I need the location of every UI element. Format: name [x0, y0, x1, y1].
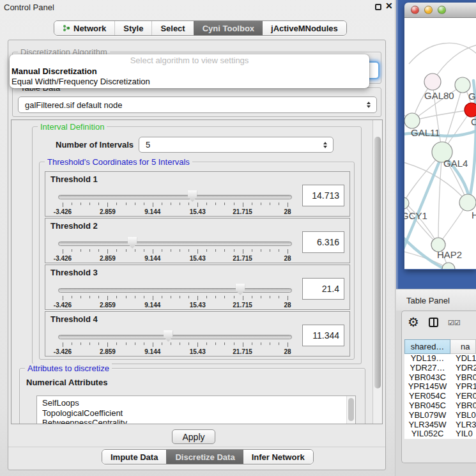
tab-label: Discretize Data	[175, 452, 234, 462]
tab-label: Cyni Toolbox	[203, 24, 254, 33]
threshold-1-value[interactable]: 14.713	[302, 185, 344, 206]
control-panel: Control Panel ✕ NetworkStyleSelectCyni T…	[0, 0, 395, 476]
list-scrollbar-thumb[interactable]	[348, 398, 354, 421]
tab-style[interactable]: Style	[114, 21, 151, 35]
network-node[interactable]	[424, 73, 441, 90]
network-node[interactable]	[404, 113, 420, 128]
table-header-row: shared… na	[404, 339, 476, 354]
network-node[interactable]	[459, 194, 476, 211]
dropdown-options: Manual DiscretizationEqual Width/Frequen…	[10, 66, 369, 87]
node-label: GAL11	[411, 127, 440, 138]
column-header-shared-name[interactable]: shared…	[404, 339, 450, 354]
tab-bottom-infer-network[interactable]: Infer Network	[243, 450, 313, 464]
table-row[interactable]: YDR27…YDR2	[404, 364, 476, 373]
tab-cyni-toolbox[interactable]: Cyni Toolbox	[194, 21, 263, 35]
thresholds-group: Threshold's Coordinates for 5 Intervals …	[39, 162, 355, 360]
numerical-attributes-list[interactable]: SelfLoopsTopologicalCoefficientBetweenne…	[36, 395, 356, 424]
tab-jactivemnodules[interactable]: jActiveMNodules	[263, 21, 346, 35]
table-row[interactable]: YER054CYER0	[404, 392, 476, 401]
tab-bar: NetworkStyleSelectCyni ToolboxjActiveMNo…	[54, 20, 347, 36]
dropdown-option-equal-width-frequency-discretization[interactable]: Equal Width/Frequency Discretization	[10, 77, 369, 87]
close-traffic-light-icon[interactable]	[411, 6, 419, 14]
node-label: GAL4	[443, 158, 468, 169]
table-row[interactable]: YBR043CYBR0	[404, 373, 476, 383]
tab-label: jActiveMNodules	[271, 24, 338, 33]
threshold-2-slider[interactable]: -3.4262.8599.14415.4321.71528	[58, 236, 292, 263]
network-icon	[63, 24, 70, 32]
interval-definition-group: Interval Definition Number of Intervals …	[32, 127, 362, 364]
tab-bottom-discretize-data[interactable]: Discretize Data	[166, 450, 243, 464]
network-edge[interactable]	[412, 110, 472, 121]
list-item[interactable]: TopologicalCoefficient	[42, 408, 355, 418]
slider-thumb[interactable]	[164, 330, 173, 342]
threshold-label: Threshold 1	[50, 174, 98, 184]
cell-shared-name: YBR045C	[404, 401, 450, 411]
zoom-traffic-light-icon[interactable]	[438, 6, 446, 14]
num-intervals-value: 5	[146, 140, 150, 150]
network-canvas[interactable]: GAL80GALCGAL11GAL4GCY1HHAP2	[404, 18, 476, 269]
cell-shared-name: YLR345W	[404, 420, 450, 430]
network-node[interactable]	[442, 263, 455, 269]
threshold-4-slider[interactable]: -3.4262.8599.14415.4321.71528	[58, 330, 292, 357]
cell-name: YPR1	[450, 382, 476, 392]
close-icon[interactable]: ✕	[385, 1, 393, 11]
scrollbar-thumb[interactable]	[374, 137, 381, 388]
table-panel-titlebar: Table Panel	[396, 289, 476, 311]
table-row[interactable]: YIL052CYIL0	[404, 429, 476, 439]
column-header-name[interactable]: na	[450, 339, 476, 354]
network-edge[interactable]	[409, 43, 476, 64]
scrollbar-vertical[interactable]	[372, 120, 382, 424]
tab-label: Impute Data	[111, 452, 158, 462]
slider-thumb[interactable]	[188, 190, 197, 202]
table-panel-title: Table Panel	[406, 296, 450, 305]
list-item[interactable]: BetweennessCentrality	[42, 418, 355, 424]
slider-tick-labels: -3.4262.8599.14415.4321.71528	[63, 255, 288, 263]
tab-network[interactable]: Network	[54, 21, 114, 35]
cell-name: YER0	[450, 392, 476, 401]
float-icon[interactable]	[375, 4, 381, 10]
tab-select[interactable]: Select	[151, 21, 193, 35]
threshold-4-value[interactable]: 11.344	[302, 325, 344, 346]
num-intervals-combobox[interactable]: 5	[139, 137, 334, 153]
minimize-traffic-light-icon[interactable]	[424, 6, 433, 14]
threshold-1-slider[interactable]: -3.4262.8599.14415.4321.71528	[58, 190, 292, 217]
network-node[interactable]	[404, 197, 409, 209]
cell-shared-name: YBL079W	[404, 411, 450, 420]
gear-icon[interactable]: ⚙	[408, 314, 419, 330]
cell-name: YBL0	[450, 411, 476, 420]
slider-thumb[interactable]	[236, 284, 245, 295]
network-window: GAL80GALCGAL11GAL4GCY1HHAP2	[404, 3, 476, 270]
cell-shared-name: YDR27…	[404, 364, 450, 373]
list-scrollbar[interactable]	[346, 396, 355, 424]
apply-button[interactable]: Apply	[172, 429, 215, 444]
table-row[interactable]: YLR345WYLR3	[404, 420, 476, 430]
table-row[interactable]: YDL19…YDL1	[404, 354, 476, 364]
table-row[interactable]: YPR145WYPR1	[404, 382, 476, 392]
threshold-3-value[interactable]: 21.4	[302, 278, 344, 300]
table-data-combobox[interactable]: galFiltered.sif default node	[18, 96, 377, 113]
threshold-2-value[interactable]: 6.316	[302, 231, 344, 253]
cell-shared-name: YDL19…	[404, 354, 450, 364]
table-row[interactable]: YBL079WYBL0	[404, 411, 476, 420]
network-node[interactable]	[464, 103, 476, 117]
cell-name: YDR2	[450, 364, 476, 373]
dropdown-option-manual-discretization[interactable]: Manual Discretization	[10, 66, 369, 77]
table-toolbar: ⚙ ☑☑	[402, 311, 476, 338]
cell-name: YLR3	[450, 420, 476, 430]
node-label: C	[471, 116, 476, 127]
spinner-icon	[323, 142, 327, 148]
table-row[interactable]: YBR045CYBR0	[404, 401, 476, 411]
columns-icon[interactable]	[429, 318, 438, 327]
select-columns-icon[interactable]: ☑☑	[448, 319, 461, 327]
table-data-group: Table Data galFiltered.sif default node	[12, 88, 381, 117]
slider-ticks	[63, 203, 288, 208]
node-label: GAL80	[424, 90, 454, 101]
cell-name: YBR0	[450, 373, 476, 383]
list-item[interactable]: SelfLoops	[42, 398, 355, 408]
tab-bottom-impute-data[interactable]: Impute Data	[102, 450, 166, 464]
panel-title: Control Panel	[4, 3, 54, 12]
threshold-3-slider[interactable]: -3.4262.8599.14415.4321.71528	[58, 283, 292, 310]
network-edge[interactable]	[404, 203, 438, 245]
slider-thumb[interactable]	[128, 237, 137, 249]
attributes-group: Attributes to discretize Numerical Attri…	[19, 368, 365, 424]
